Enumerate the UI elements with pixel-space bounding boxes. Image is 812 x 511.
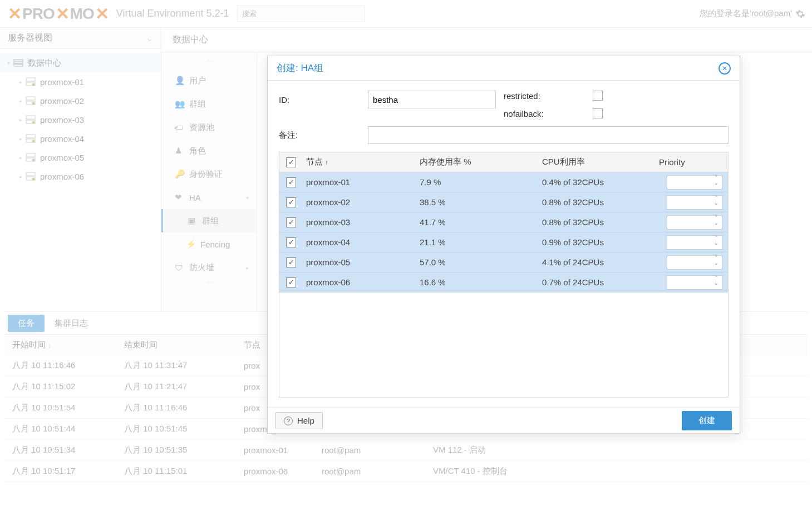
col-cpu[interactable]: CPU利用率: [542, 157, 659, 167]
comment-input[interactable]: [368, 126, 729, 144]
node-row[interactable]: proxmox-0616.6 %0.7% of 24CPUs: [279, 272, 728, 292]
create-button[interactable]: 创建: [682, 411, 732, 430]
row-checkbox[interactable]: [286, 217, 296, 227]
nodes-grid: 节点↑ 内存使用率 % CPU利用率 Priority proxmox-017.…: [279, 152, 729, 398]
node-row[interactable]: proxmox-0421.1 %0.9% of 32CPUs: [279, 232, 728, 252]
row-checkbox[interactable]: [286, 177, 296, 187]
create-ha-group-modal: 创建: HA组 ✕ ID: restricted: nofailback:: [267, 56, 740, 434]
id-input[interactable]: [368, 91, 496, 108]
node-row[interactable]: proxmox-0238.5 %0.8% of 32CPUs: [279, 192, 728, 212]
row-checkbox[interactable]: [286, 257, 296, 267]
priority-spinner[interactable]: [667, 195, 722, 210]
col-mem[interactable]: 内存使用率 %: [420, 157, 542, 167]
priority-spinner[interactable]: [667, 215, 722, 230]
modal-title: 创建: HA组: [277, 62, 323, 75]
select-all-checkbox[interactable]: [286, 157, 296, 167]
node-row[interactable]: proxmox-017.9 %0.4% of 32CPUs: [279, 172, 728, 192]
row-checkbox[interactable]: [286, 277, 296, 287]
comment-label: 备注:: [279, 130, 368, 141]
row-checkbox[interactable]: [286, 197, 296, 207]
help-button[interactable]: ?Help: [275, 412, 323, 429]
priority-spinner[interactable]: [667, 275, 722, 290]
node-row[interactable]: proxmox-0557.0 %4.1% of 24CPUs: [279, 252, 728, 272]
nofailback-checkbox[interactable]: [593, 108, 603, 118]
restricted-label: restricted:: [504, 91, 593, 101]
id-label: ID:: [279, 95, 368, 105]
priority-spinner[interactable]: [667, 235, 722, 250]
nofailback-label: nofailback:: [504, 109, 593, 118]
restricted-checkbox[interactable]: [593, 91, 603, 101]
priority-spinner[interactable]: [667, 175, 722, 190]
col-priority[interactable]: Priority: [659, 157, 728, 167]
close-icon[interactable]: ✕: [719, 62, 731, 75]
priority-spinner[interactable]: [667, 255, 722, 270]
node-row[interactable]: proxmox-0341.7 %0.8% of 32CPUs: [279, 212, 728, 232]
row-checkbox[interactable]: [286, 237, 296, 247]
help-icon: ?: [284, 416, 293, 425]
sort-asc-icon[interactable]: ↑: [325, 159, 328, 166]
